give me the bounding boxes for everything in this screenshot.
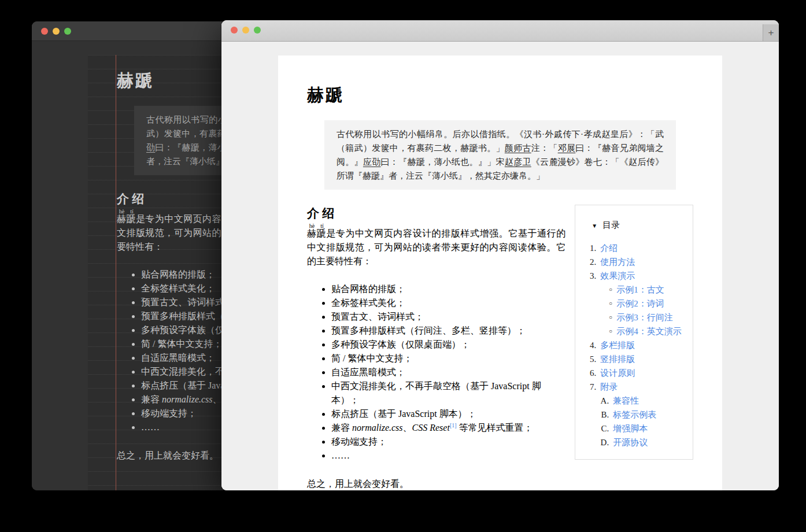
toc-row: C.增强脚本 <box>583 422 687 435</box>
grid-column-redline <box>116 55 116 490</box>
footnote-ref-link[interactable]: [1] <box>450 422 457 428</box>
feature-item: 简 / 繁体中文支持； <box>331 352 565 365</box>
text-segment: 曰：『赫蹏，薄小纸也。』」宋 <box>381 157 505 167</box>
light-page-content: 赫蹏 古代称用以书写的小幅绢帛。后亦以借指纸。《汉书·外戚传下·孝成赵皇后》：「… <box>221 42 779 490</box>
toc-link[interactable]: 开源协议 <box>613 435 648 449</box>
toc-circle-marker: ○ <box>607 311 612 324</box>
toc-header: ▼ 目录 <box>591 218 687 233</box>
toc-row: ○示例2：诗词 <box>583 297 687 311</box>
new-tab-button[interactable]: + <box>763 24 779 41</box>
toc-item-marker: B. <box>598 408 609 422</box>
text-segment: 、 <box>213 394 222 404</box>
ruby-pinyin: hè tí <box>117 208 135 215</box>
minimize-button[interactable] <box>242 27 249 34</box>
text-segment: 多种预设字体族（仅限桌面端）； <box>331 339 470 349</box>
toc-link[interactable]: 竖排排版 <box>600 352 635 366</box>
text-segment: 兼容 <box>141 394 162 404</box>
proper-noun-mark: 颜师古 <box>505 143 531 153</box>
toc-circle-marker: ○ <box>607 297 612 311</box>
toc-item-marker: 4. <box>586 338 596 352</box>
toc-row: 2.使用方法 <box>583 255 687 269</box>
toc-row: 5.竖排排版 <box>583 352 687 366</box>
minimize-button[interactable] <box>53 28 60 35</box>
toc-link[interactable]: 附录 <box>600 380 618 394</box>
text-segment: 注：「 <box>531 143 558 153</box>
toc-circle-marker: ○ <box>607 324 612 338</box>
toc-link[interactable]: 介绍 <box>600 241 618 255</box>
toc-circle-marker: ○ <box>607 283 612 297</box>
toc-row: 4.多栏排版 <box>583 338 687 352</box>
article-card: 赫蹏 古代称用以书写的小幅绢帛。后亦以借指纸。《汉书·外戚传下·孝成赵皇后》：「… <box>278 56 722 490</box>
ruby-pinyin: hè tí <box>307 223 326 229</box>
toc-item-marker: 2. <box>586 255 596 269</box>
zoom-button[interactable] <box>64 28 71 35</box>
toc-item-marker: 7. <box>586 380 596 394</box>
definition-blockquote: 古代称用以书写的小幅绢帛。后亦以借指纸。《汉书·外戚传下·孝成赵皇后》：「武（籍… <box>324 120 676 190</box>
ruby-base: 赫蹏 <box>117 214 136 224</box>
toc-item-marker: A. <box>598 394 609 408</box>
text-segment: 简 / 繁体中文支持； <box>141 339 222 349</box>
feature-item: 自适应黑暗模式； <box>331 365 565 379</box>
text-segment: 移动端支持； <box>331 437 387 446</box>
text-segment: 贴合网格的排版； <box>141 269 215 279</box>
text-segment: 预置古文、诗词样式； <box>141 297 234 307</box>
toc-link[interactable]: 设计原则 <box>600 366 635 380</box>
text-segment: 自适应黑暗模式； <box>141 353 215 363</box>
text-segment: normalize.css <box>162 394 213 404</box>
text-segment: 标点挤压（基于 JavaScript 脚本）； <box>331 409 476 419</box>
feature-item: 预置多种排版样式（行间注、多栏、竖排等）； <box>331 324 565 338</box>
feature-item: 兼容 normalize.css、CSS Reset[1] 等常见样式重置； <box>331 421 565 435</box>
text-segment: 预置多种排版样式（行间注、多栏、竖排等）； <box>331 326 526 335</box>
section-heading-intro: 介绍 <box>307 205 565 222</box>
titlebar-light[interactable]: + <box>221 20 779 42</box>
text-segment: …… <box>141 422 160 432</box>
desktop: { "chrome": { "plus_label": "+", "traffi… <box>0 0 806 532</box>
toc-link[interactable]: 示例3：行间注 <box>616 311 673 324</box>
toc-list: 1.介绍2.使用方法3.效果演示○示例1：古文○示例2：诗词○示例3：行间注○示… <box>583 241 687 449</box>
ruby-annotation: 赫蹏hè tí <box>117 214 136 224</box>
closing-paragraph: 总之，用上就会变好看。 <box>307 477 565 490</box>
toc-link[interactable]: 兼容性 <box>613 394 639 408</box>
intro-paragraph: 赫蹏hè tí是专为中文网页内容设计的排版样式增强。它基于通行的中文排版规范，可… <box>307 223 565 268</box>
feature-item: 多种预设字体族（仅限桌面端）； <box>331 338 565 352</box>
toc-link[interactable]: 示例4：英文演示 <box>616 324 682 338</box>
toc-link[interactable]: 增强脚本 <box>613 422 648 435</box>
text-segment: 自适应黑暗模式； <box>331 367 405 377</box>
toc-title: 目录 <box>602 218 620 232</box>
toc-link[interactable]: 多栏排版 <box>600 338 635 352</box>
proper-noun-mark: 应劭 <box>363 157 381 167</box>
window-light-mode: + 赫蹏 古代称用以书写的小幅绢帛。后亦以借指纸。《汉书·外戚传下·孝成赵皇后》… <box>221 20 779 490</box>
feature-list: 贴合网格的排版；全标签样式美化；预置古文、诗词样式；预置多种排版样式（行间注、多… <box>307 282 565 463</box>
toc-row: A.兼容性 <box>583 394 687 408</box>
toc-row: D.开源协议 <box>583 435 687 449</box>
feature-item: 贴合网格的排版； <box>331 282 565 296</box>
text-segment: 、 <box>403 423 412 433</box>
toc-link[interactable]: 示例1：古文 <box>616 283 664 297</box>
toc-row: ○示例4：英文演示 <box>583 324 687 338</box>
toc-item-marker: C. <box>598 422 609 435</box>
toc-item-marker: D. <box>598 435 609 449</box>
proper-noun-mark: 赵彦卫 <box>505 157 531 167</box>
feature-item: 标点挤压（基于 JavaScript 脚本）； <box>331 407 565 421</box>
close-button[interactable] <box>41 28 48 35</box>
text-segment: 贴合网格的排版； <box>331 284 405 294</box>
page-title: 赫蹏 <box>307 56 693 106</box>
close-button[interactable] <box>231 27 238 34</box>
toc-item-marker: 1. <box>586 241 596 255</box>
feature-item: …… <box>331 449 565 463</box>
toc-row: 6.设计原则 <box>583 366 687 380</box>
proper-noun-mark: 邓展 <box>558 143 576 153</box>
text-segment: 等常见样式重置； <box>457 423 533 433</box>
text-segment: 移动端支持； <box>141 408 197 418</box>
toc-link[interactable]: 使用方法 <box>600 255 635 269</box>
toc-collapse-triangle-icon[interactable]: ▼ <box>591 219 597 233</box>
toc-link[interactable]: 标签示例表 <box>613 408 656 422</box>
toc-link[interactable]: 示例2：诗词 <box>616 297 664 311</box>
toc-row: 3.效果演示 <box>583 269 687 283</box>
toc-card: ▼ 目录 1.介绍2.使用方法3.效果演示○示例1：古文○示例2：诗词○示例3：… <box>575 205 693 460</box>
toc-link[interactable]: 效果演示 <box>600 269 635 283</box>
intro-text: 是专为中文网页内容设计的排版样式增强。它基于通行的中文排版规范，可为网站的读者带… <box>307 228 565 266</box>
text-segment: CSS Reset <box>412 423 450 433</box>
text-segment: 兼容 <box>331 423 352 433</box>
zoom-button[interactable] <box>254 27 261 34</box>
